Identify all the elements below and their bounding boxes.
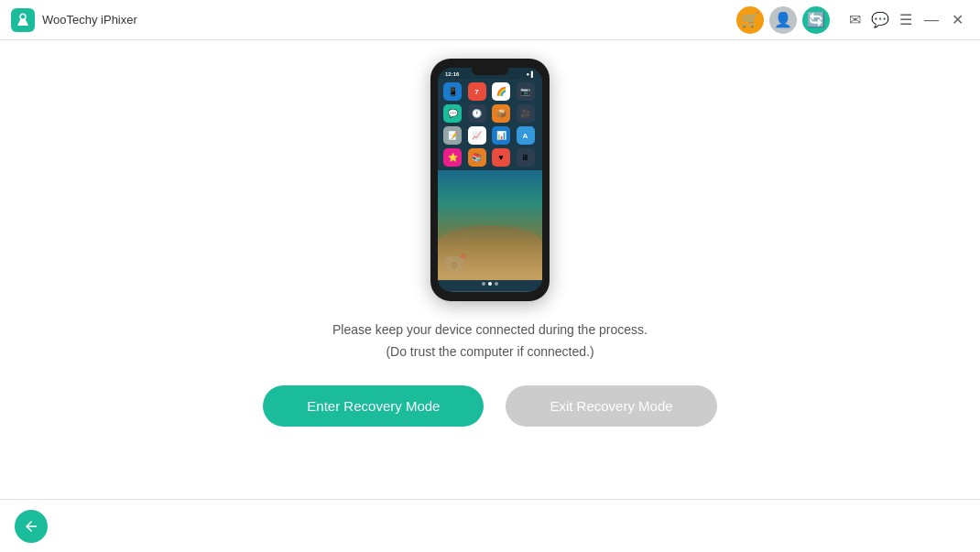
app-logo: [11, 8, 35, 32]
app-icon: A: [517, 126, 535, 145]
chat-button[interactable]: 💬: [868, 8, 892, 32]
app-title: WooTechy iPhixer: [42, 13, 137, 27]
window-controls: ✉ 💬 ☰ — ✕: [843, 8, 969, 32]
app-icon: 📝: [443, 126, 462, 145]
title-bar-right: 🛒 👤 🔄 ✉ 💬 ☰ — ✕: [736, 6, 969, 34]
app-icon: 📱: [443, 82, 462, 101]
app-grid: 📱 7 🌈 📷 💬 🕐 📦 🎥 📝 📈 📊 A ⭐ 📚 ♥ 🖥: [438, 79, 542, 170]
main-content: 12:16 ● ▌ 📱 7 🌈 📷 💬 🕐 📦 🎥 📝 📈 📊 A: [0, 40, 980, 499]
buttons-row: Enter Recovery Mode Exit Recovery Mode: [263, 385, 716, 427]
enter-recovery-button[interactable]: Enter Recovery Mode: [263, 385, 484, 427]
page-dot-active: [488, 282, 492, 286]
page-dot: [482, 282, 485, 286]
phone-wallpaper: ⚙ 1: [438, 170, 542, 280]
settings-app-icon: ⚙ 1: [445, 256, 463, 275]
phone-mockup: 12:16 ● ▌ 📱 7 🌈 📷 💬 🕐 📦 🎥 📝 📈 📊 A: [430, 59, 550, 301]
cart-icon-button[interactable]: 🛒: [736, 6, 764, 34]
app-icon: 📷: [517, 82, 535, 101]
page-dots: [438, 280, 542, 287]
app-icon: 📚: [468, 148, 486, 167]
title-bar-left: WooTechy iPhixer: [11, 8, 137, 32]
close-button[interactable]: ✕: [945, 8, 969, 32]
back-button[interactable]: [15, 510, 48, 543]
app-icon: 🎥: [517, 104, 535, 123]
user-icon-button[interactable]: 👤: [769, 6, 797, 34]
title-bar: WooTechy iPhixer 🛒 👤 🔄 ✉ 💬 ☰ — ✕: [0, 0, 980, 40]
exit-recovery-button[interactable]: Exit Recovery Mode: [506, 385, 716, 427]
page-dot: [495, 282, 498, 286]
mail-button[interactable]: ✉: [843, 8, 866, 32]
instruction-line2: (Do trust the computer if connected.): [332, 341, 648, 363]
app-icon: 🕐: [468, 104, 486, 123]
phone-screen: 12:16 ● ▌ 📱 7 🌈 📷 💬 🕐 📦 🎥 📝 📈 📊 A: [438, 68, 542, 292]
instruction-line1: Please keep your device connected during…: [332, 319, 648, 341]
menu-button[interactable]: ☰: [894, 8, 918, 32]
app-icon: 7: [468, 82, 486, 101]
phone-dock: 📞 💬 ♪ 🌐: [443, 291, 537, 292]
bottom-bar: [0, 499, 980, 552]
app-icon: 💬: [443, 104, 462, 123]
app-icon: 📦: [492, 104, 510, 123]
app-icon: 🖥: [517, 148, 535, 167]
minimize-button[interactable]: —: [920, 8, 943, 32]
settings-icon-area: ⚙ 1: [445, 256, 463, 275]
app-icon: ♥: [492, 148, 510, 167]
app-icon: ⭐: [443, 148, 462, 167]
app-icon: 📈: [468, 126, 486, 145]
phone-notch: [472, 68, 508, 75]
app-icon: 🌈: [492, 82, 510, 101]
update-icon-button[interactable]: 🔄: [802, 6, 830, 34]
phone-outer: 12:16 ● ▌ 📱 7 🌈 📷 💬 🕐 📦 🎥 📝 📈 📊 A: [430, 59, 550, 301]
instructions: Please keep your device connected during…: [332, 319, 648, 363]
app-icon: 📊: [492, 126, 510, 145]
